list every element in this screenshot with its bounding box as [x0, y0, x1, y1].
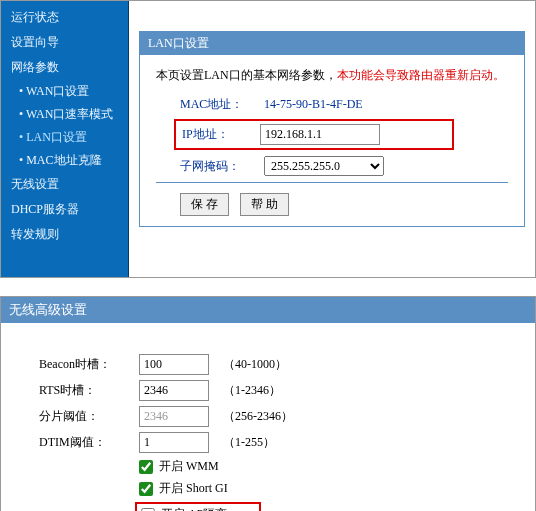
frag-input	[139, 406, 209, 427]
sidebar-item-network[interactable]: 网络参数	[1, 55, 128, 80]
sidebar-item-status[interactable]: 运行状态	[1, 5, 128, 30]
main-content: LAN口设置 本页设置LAN口的基本网络参数，本功能会导致路由器重新启动。 MA…	[129, 1, 535, 277]
wmm-label: 开启 WMM	[159, 458, 219, 475]
lan-desc-warn: 本功能会导致路由器重新启动。	[337, 68, 505, 82]
ip-input[interactable]	[260, 124, 380, 145]
ap-isolation-label: 开启 AP隔离	[161, 506, 227, 511]
mask-select[interactable]: 255.255.255.0	[264, 156, 384, 176]
sidebar-sub-lan[interactable]: LAN口设置	[1, 126, 128, 149]
dtim-row: DTIM阈值： （1-255）	[39, 432, 521, 453]
shortgi-label: 开启 Short GI	[159, 480, 228, 497]
rts-input[interactable]	[139, 380, 209, 401]
frag-row: 分片阈值： （256-2346）	[39, 406, 521, 427]
sidebar-sub-wan-speed[interactable]: WAN口速率模式	[1, 103, 128, 126]
wmm-row: 开启 WMM	[139, 458, 521, 475]
beacon-row: Beacon时槽： （40-1000）	[39, 354, 521, 375]
top-panel: 运行状态 设置向导 网络参数 WAN口设置 WAN口速率模式 LAN口设置 MA…	[0, 0, 536, 278]
wireless-advanced-panel: 无线高级设置 Beacon时槽： （40-1000） RTS时槽： （1-234…	[0, 296, 536, 511]
frag-label: 分片阈值：	[39, 408, 139, 425]
shortgi-checkbox[interactable]	[139, 482, 153, 496]
mac-value: 14-75-90-B1-4F-DE	[264, 97, 363, 112]
mask-label: 子网掩码：	[180, 158, 264, 175]
save-button[interactable]: 保 存	[180, 193, 229, 216]
dtim-input[interactable]	[139, 432, 209, 453]
lan-desc-text: 本页设置LAN口的基本网络参数，	[156, 68, 337, 82]
rts-row: RTS时槽： （1-2346）	[39, 380, 521, 401]
sidebar-sub-mac-clone[interactable]: MAC地址克隆	[1, 149, 128, 172]
wmm-checkbox[interactable]	[139, 460, 153, 474]
sidebar-sub-wan[interactable]: WAN口设置	[1, 80, 128, 103]
lan-description: 本页设置LAN口的基本网络参数，本功能会导致路由器重新启动。	[156, 67, 508, 84]
ap-isolation-highlight: 开启 AP隔离	[135, 502, 261, 511]
sidebar-item-wireless[interactable]: 无线设置	[1, 172, 128, 197]
mask-row: 子网掩码： 255.255.255.0	[156, 156, 508, 176]
lan-panel-title: LAN口设置	[140, 32, 524, 55]
lan-panel-body: 本页设置LAN口的基本网络参数，本功能会导致路由器重新启动。 MAC地址： 14…	[140, 55, 524, 226]
lan-button-row: 保 存 帮 助	[156, 193, 508, 216]
mac-label: MAC地址：	[180, 96, 264, 113]
shortgi-row: 开启 Short GI	[139, 480, 521, 497]
ip-label: IP地址：	[182, 126, 260, 143]
ap-isolation-checkbox[interactable]	[141, 508, 155, 512]
wireless-panel-title: 无线高级设置	[1, 297, 535, 323]
ip-row-highlight: IP地址：	[174, 119, 454, 150]
divider	[156, 182, 508, 183]
frag-hint: （256-2346）	[223, 408, 293, 425]
help-button[interactable]: 帮 助	[240, 193, 289, 216]
beacon-label: Beacon时槽：	[39, 356, 139, 373]
lan-panel: LAN口设置 本页设置LAN口的基本网络参数，本功能会导致路由器重新启动。 MA…	[139, 31, 525, 227]
sidebar-item-dhcp[interactable]: DHCP服务器	[1, 197, 128, 222]
beacon-input[interactable]	[139, 354, 209, 375]
sidebar-item-forward[interactable]: 转发规则	[1, 222, 128, 247]
sidebar: 运行状态 设置向导 网络参数 WAN口设置 WAN口速率模式 LAN口设置 MA…	[1, 1, 129, 277]
beacon-hint: （40-1000）	[223, 356, 287, 373]
wireless-panel-body: Beacon时槽： （40-1000） RTS时槽： （1-2346） 分片阈值…	[1, 323, 535, 511]
rts-label: RTS时槽：	[39, 382, 139, 399]
rts-hint: （1-2346）	[223, 382, 281, 399]
mac-row: MAC地址： 14-75-90-B1-4F-DE	[156, 96, 508, 113]
dtim-label: DTIM阈值：	[39, 434, 139, 451]
dtim-hint: （1-255）	[223, 434, 275, 451]
sidebar-item-wizard[interactable]: 设置向导	[1, 30, 128, 55]
